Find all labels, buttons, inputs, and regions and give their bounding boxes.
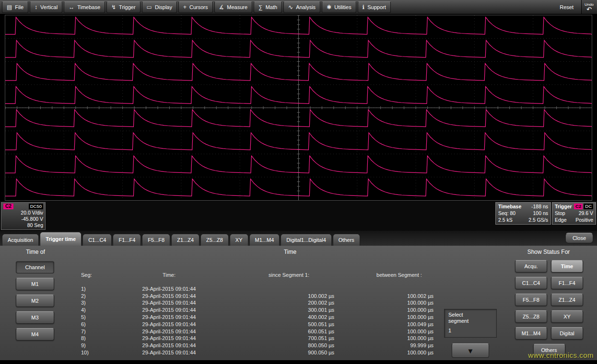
reset-button[interactable]: Reset [560, 4, 574, 10]
time-of-heading: Time of [9, 249, 62, 255]
status-button-m1-m4[interactable]: M1...M4 [515, 327, 547, 340]
table-header-time: Time: [108, 272, 230, 279]
segment-cell [230, 285, 348, 293]
segment-cell: 29-April-2015 09:01:44 [108, 314, 230, 321]
segment-cell: 700.051 µs [230, 335, 348, 342]
segment-cell: 100.000 µs [348, 335, 451, 342]
close-button[interactable]: Close [565, 233, 593, 243]
menu-item-label: File [15, 4, 23, 10]
segment-cell: 29-April-2015 09:01:44 [108, 299, 230, 307]
tab-z1-z4[interactable]: Z1...Z4 [171, 234, 199, 246]
tab-f5-f8[interactable]: F5...F8 [142, 234, 170, 246]
tab-z5-z8[interactable]: Z5...Z8 [200, 234, 229, 246]
c2-offset: -45.800 V [3, 216, 43, 222]
status-button-z1-z4[interactable]: Z1...Z4 [551, 294, 583, 306]
status-button-c1-c4[interactable]: C1...C4 [515, 277, 547, 289]
segment-cell: 5) [74, 314, 108, 321]
menu-item-support[interactable]: ℹSupport [358, 1, 391, 13]
segment-cell: 100.000 µs [348, 307, 451, 314]
segment-cell: 29-April-2015 09:01:44 [108, 293, 230, 300]
menu-item-measure[interactable]: ∡Measure [214, 1, 253, 13]
segment-cell: 800.050 µs [230, 342, 348, 349]
segment-cell: 500.051 µs [230, 321, 348, 328]
menu-item-trigger[interactable]: ↯Trigger [106, 1, 140, 13]
segment-cell: 9) [74, 342, 108, 349]
status-button-time[interactable]: Time [551, 260, 583, 273]
math-icon: ∑ [258, 4, 263, 10]
time-of-button-m4[interactable]: M4 [16, 328, 54, 341]
segment-row: 6)29-April-2015 09:01:44500.051 µs100.04… [74, 321, 453, 328]
status-button-digital[interactable]: Digital [551, 327, 583, 340]
menu-item-utilities[interactable]: ✱Utilities [322, 1, 356, 13]
segment-row: 10)29-April-2015 09:01:44900.050 µs100.0… [74, 349, 453, 356]
menu-item-file[interactable]: ▤File [2, 1, 28, 13]
tab-f1-f4[interactable]: F1...F4 [113, 234, 141, 246]
timebase-seq: Seq: 80 [498, 210, 515, 216]
tab-others[interactable]: Others [333, 234, 360, 246]
menu-item-label: Support [367, 4, 386, 10]
vertical-icon: ↕ [35, 4, 37, 10]
segment-cell: 3) [74, 299, 108, 307]
menu-item-analysis[interactable]: ∿Analysis [283, 1, 320, 13]
segment-cell: 100.002 µs [230, 293, 348, 300]
trigger-level: 29.6 V [579, 210, 593, 216]
table-header-row: Seg:Time:since Segment 1:between Segment… [74, 272, 453, 279]
menu-item-math[interactable]: ∑Math [254, 1, 282, 13]
select-segment-box[interactable]: Select segment 1 [444, 309, 497, 338]
c2-vdiv: 20.0 V/div [3, 210, 43, 216]
tab-m1-m4[interactable]: M1...M4 [249, 234, 280, 246]
segment-row: 7)29-April-2015 09:01:44600.051 µs100.00… [74, 328, 453, 335]
menu-right: Reset Undo ↶ [560, 0, 597, 14]
channel-c2-descriptor[interactable]: C2 DC50 20.0 V/div -45.800 V 80 Seg [1, 202, 46, 230]
segment-cell: 900.050 µs [230, 349, 348, 356]
status-button-acqu[interactable]: Acqu. [515, 260, 547, 273]
tab-digital1-digital4[interactable]: Digital1...Digital4 [281, 234, 332, 246]
menu-item-display[interactable]: ▭Display [142, 1, 177, 13]
segment-cell: 4) [74, 307, 108, 314]
tab-trigger-time[interactable]: Trigger time [40, 232, 82, 246]
tab-c1-c4[interactable]: C1...C4 [82, 234, 112, 246]
measure-icon: ∡ [219, 4, 224, 10]
table-header-since-segment-1: since Segment 1: [230, 272, 348, 279]
tab-xy[interactable]: XY [230, 234, 248, 246]
menu-item-vertical[interactable]: ↕Vertical [30, 1, 62, 13]
timebase-title: Timebase [498, 203, 521, 210]
time-of-button-channel[interactable]: Channel [16, 261, 54, 273]
status-button-z5-z8[interactable]: Z5...Z8 [515, 310, 547, 323]
status-button-f5-f8[interactable]: F5...F8 [515, 294, 547, 306]
trigger-type: Edge [555, 216, 567, 223]
segment-cell: 29-April-2015 09:01:44 [108, 285, 230, 293]
segment-cell: 400.002 µs [230, 314, 348, 321]
segment-cell: 1) [74, 285, 108, 293]
segment-time-table: Seg:Time:since Segment 1:between Segment… [74, 272, 453, 356]
timebase-descriptor[interactable]: Timebase-188 ns Seq: 80100 ns 2.5 kS2.5 … [495, 202, 551, 225]
time-of-button-m3[interactable]: M3 [16, 311, 54, 324]
select-segment-label: Select segment [448, 312, 473, 324]
status-button-xy[interactable]: XY [551, 310, 583, 323]
file-icon: ▤ [7, 4, 12, 10]
tab-acquisition[interactable]: Acquisition [2, 234, 39, 246]
timebase-tdiv: 100 ns [533, 210, 548, 216]
segment-row: 1)29-April-2015 09:01:44 [74, 285, 453, 293]
segment-cell: 100.000 µs [348, 314, 451, 321]
c2-segments: 80 Seg [3, 222, 43, 228]
segment-row: 5)29-April-2015 09:01:44400.002 µs100.00… [74, 314, 453, 321]
segment-cell: 29-April-2015 09:01:44 [108, 321, 230, 328]
time-of-button-m2[interactable]: M2 [16, 295, 54, 307]
trigger-coupling-badge: DC [584, 204, 593, 209]
waveform-display[interactable] [5, 15, 592, 201]
status-button-f1-f4[interactable]: F1...F4 [551, 277, 583, 289]
segment-cell: 100.049 µs [348, 321, 451, 328]
segment-row: 4)29-April-2015 09:01:44300.001 µs100.00… [74, 307, 453, 314]
segment-cell: 100.000 µs [348, 299, 451, 307]
menu-item-cursors[interactable]: +Cursors [178, 1, 213, 13]
time-of-button-m1[interactable]: M1 [16, 278, 54, 290]
undo-button[interactable]: Undo ↶ [581, 0, 597, 14]
trigger-descriptor[interactable]: Trigger C2 DC Stop29.6 V EdgePositive [552, 202, 596, 225]
trigger-title: Trigger [555, 203, 572, 210]
status-buttons: Acqu.TimeC1...C4F1...F4F5...F8Z1...Z4Z5.… [515, 260, 587, 356]
segment-cell: 29-April-2015 09:01:44 [108, 328, 230, 335]
menu-item-timebase[interactable]: ↔Timebase [64, 1, 105, 13]
segment-down-button[interactable]: ▼ [452, 343, 489, 358]
c2-badge: C2 [3, 204, 13, 209]
